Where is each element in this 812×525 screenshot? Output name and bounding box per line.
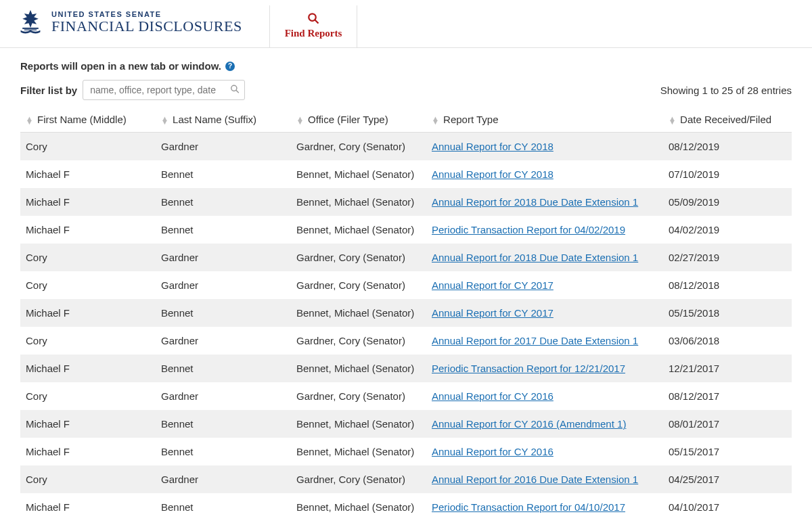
note-text: Reports will open in a new tab or window… [20, 60, 221, 72]
sort-icon: ▲▼ [432, 117, 439, 124]
report-link[interactable]: Annual Report for CY 2018 [432, 141, 554, 152]
brand-text: UNITED STATES SENATE FINANCIAL DISCLOSUR… [51, 10, 242, 35]
cell-date: 08/12/2019 [663, 133, 792, 161]
sort-icon: ▲▼ [26, 117, 33, 124]
report-link[interactable]: Annual Report for CY 2016 (Amendment 1) [432, 418, 626, 430]
cell-last-name: Bennet [156, 299, 291, 327]
report-link[interactable]: Periodic Transaction Report for 12/21/20… [432, 363, 625, 374]
cell-date: 08/12/2017 [663, 382, 792, 410]
entries-info: Showing 1 to 25 of 28 entries [660, 85, 792, 96]
site-header: UNITED STATES SENATE FINANCIAL DISCLOSUR… [0, 0, 812, 48]
cell-date: 07/10/2019 [663, 160, 792, 188]
table-row: CoryGardnerGardner, Cory (Senator)Annual… [20, 133, 792, 161]
col-date[interactable]: ▲▼ Date Received/Filed [663, 107, 792, 133]
cell-report-type: Annual Report for CY 2017 [426, 299, 663, 327]
cell-last-name: Gardner [156, 271, 291, 299]
report-link[interactable]: Annual Report for 2018 Due Date Extensio… [432, 252, 638, 263]
cell-office: Gardner, Cory (Senator) [291, 382, 426, 410]
report-link[interactable]: Annual Report for CY 2018 [432, 168, 554, 180]
results-table: ▲▼ First Name (Middle) ▲▼ Last Name (Suf… [20, 107, 792, 521]
cell-first-name: Michael F [20, 299, 156, 327]
report-link[interactable]: Annual Report for 2017 Due Date Extensio… [432, 335, 638, 346]
cell-report-type: Annual Report for CY 2017 [426, 271, 663, 299]
cell-report-type: Annual Report for CY 2016 [426, 438, 663, 465]
cell-first-name: Cory [20, 271, 156, 299]
cell-office: Bennet, Michael (Senator) [291, 438, 426, 465]
sort-icon: ▲▼ [296, 117, 304, 124]
help-icon[interactable]: ? [225, 62, 235, 71]
table-row: Michael FBennetBennet, Michael (Senator)… [20, 216, 792, 244]
cell-office: Bennet, Michael (Senator) [291, 355, 426, 382]
cell-report-type: Periodic Transaction Report for 04/02/20… [426, 216, 663, 244]
filter-input[interactable] [83, 80, 245, 100]
report-link[interactable]: Periodic Transaction Report for 04/10/20… [432, 501, 625, 513]
cell-office: Bennet, Michael (Senator) [291, 493, 426, 521]
table-row: CoryGardnerGardner, Cory (Senator)Annual… [20, 382, 792, 410]
report-link[interactable]: Periodic Transaction Report for 04/02/20… [432, 224, 625, 235]
col-last-name[interactable]: ▲▼ Last Name (Suffix) [156, 107, 291, 133]
cell-last-name: Bennet [156, 493, 291, 521]
cell-office: Bennet, Michael (Senator) [291, 160, 426, 188]
cell-office: Bennet, Michael (Senator) [291, 216, 426, 244]
col-office[interactable]: ▲▼ Office (Filer Type) [291, 107, 426, 133]
cell-first-name: Michael F [20, 216, 156, 244]
report-link[interactable]: Annual Report for CY 2016 [432, 446, 554, 457]
cell-office: Bennet, Michael (Senator) [291, 410, 426, 438]
report-link[interactable]: Annual Report for 2018 Due Date Extensio… [432, 196, 638, 208]
search-icon [230, 85, 240, 96]
table-row: Michael FBennetBennet, Michael (Senator)… [20, 299, 792, 327]
cell-first-name: Michael F [20, 355, 156, 382]
cell-first-name: Cory [20, 244, 156, 271]
report-link[interactable]: Annual Report for CY 2016 [432, 390, 554, 402]
cell-date: 02/27/2019 [663, 244, 792, 271]
sort-icon: ▲▼ [669, 117, 676, 124]
content: Reports will open in a new tab or window… [0, 48, 812, 525]
cell-first-name: Cory [20, 465, 156, 493]
cell-date: 08/01/2017 [663, 410, 792, 438]
cell-report-type: Annual Report for CY 2018 [426, 133, 663, 161]
cell-last-name: Gardner [156, 382, 291, 410]
table-row: Michael FBennetBennet, Michael (Senator)… [20, 410, 792, 438]
cell-office: Gardner, Cory (Senator) [291, 133, 426, 161]
svg-rect-1 [24, 30, 37, 30]
table-row: Michael FBennetBennet, Michael (Senator)… [20, 355, 792, 382]
filter-label: Filter list by [20, 85, 77, 96]
cell-date: 05/09/2019 [663, 188, 792, 216]
svg-rect-0 [22, 28, 39, 29]
brand-bottom: FINANCIAL DISCLOSURES [51, 18, 242, 35]
filter-group: Filter list by [20, 80, 245, 100]
tab-find-reports[interactable]: Find Reports [269, 5, 358, 47]
cell-first-name: Michael F [20, 410, 156, 438]
cell-date: 03/06/2018 [663, 327, 792, 355]
cell-first-name: Cory [20, 327, 156, 355]
cell-last-name: Bennet [156, 188, 291, 216]
report-link[interactable]: Annual Report for CY 2017 [432, 307, 554, 319]
cell-report-type: Annual Report for CY 2016 [426, 382, 663, 410]
col-label: Office (Filer Type) [308, 114, 388, 125]
cell-last-name: Gardner [156, 133, 291, 161]
brand[interactable]: UNITED STATES SENATE FINANCIAL DISCLOSUR… [16, 5, 242, 42]
report-link[interactable]: Annual Report for CY 2017 [432, 279, 554, 291]
cell-report-type: Periodic Transaction Report for 12/21/20… [426, 355, 663, 382]
cell-date: 05/15/2017 [663, 438, 792, 465]
table-row: Michael FBennetBennet, Michael (Senator)… [20, 188, 792, 216]
cell-last-name: Gardner [156, 465, 291, 493]
filter-input-wrap [83, 80, 245, 100]
col-report-type[interactable]: ▲▼ Report Type [426, 107, 663, 133]
cell-last-name: Bennet [156, 160, 291, 188]
col-label: Report Type [443, 114, 498, 125]
cell-last-name: Bennet [156, 216, 291, 244]
cell-report-type: Annual Report for 2018 Due Date Extensio… [426, 188, 663, 216]
report-link[interactable]: Annual Report for 2016 Due Date Extensio… [432, 474, 638, 485]
cell-report-type: Annual Report for CY 2016 (Amendment 1) [426, 410, 663, 438]
cell-office: Bennet, Michael (Senator) [291, 188, 426, 216]
table-row: Michael FBennetBennet, Michael (Senator)… [20, 160, 792, 188]
cell-office: Gardner, Cory (Senator) [291, 271, 426, 299]
col-first-name[interactable]: ▲▼ First Name (Middle) [20, 107, 156, 133]
cell-first-name: Michael F [20, 493, 156, 521]
cell-report-type: Annual Report for CY 2018 [426, 160, 663, 188]
table-row: CoryGardnerGardner, Cory (Senator)Annual… [20, 271, 792, 299]
note-row: Reports will open in a new tab or window… [20, 60, 792, 72]
svg-point-4 [231, 85, 237, 91]
cell-date: 04/02/2019 [663, 216, 792, 244]
